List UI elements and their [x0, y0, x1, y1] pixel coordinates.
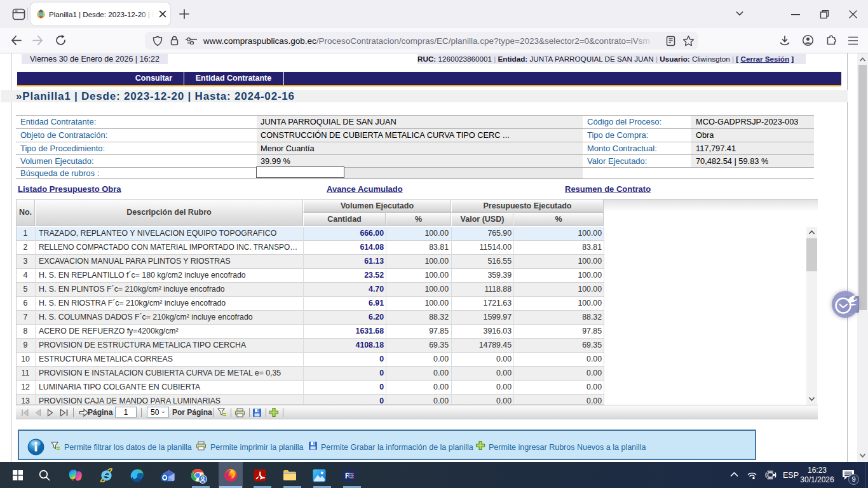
svg-text:F: F: [345, 471, 349, 480]
